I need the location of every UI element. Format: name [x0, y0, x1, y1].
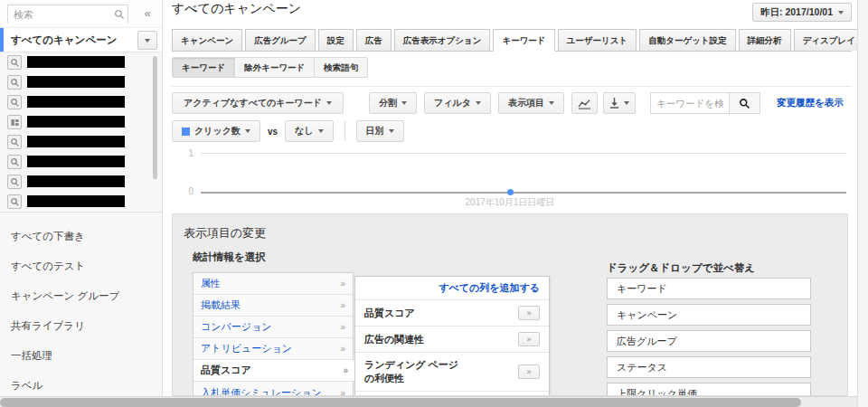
category-attributes[interactable]: 属性 » — [193, 273, 353, 295]
search-campaign-icon — [7, 175, 22, 189]
campaign-list-item[interactable] — [0, 132, 162, 152]
category-performance[interactable]: 掲載結果 » — [193, 295, 353, 317]
column-option-label: 品質スコア — [364, 307, 415, 320]
double-arrow-icon: » — [340, 388, 345, 397]
category-label: アトリビューション — [201, 342, 292, 355]
columns-label: 表示項目 — [508, 97, 544, 109]
date-range-button[interactable]: 昨日: 2017/10/01 — [752, 3, 852, 22]
redacted-campaign-name — [27, 56, 125, 68]
x-axis-line — [201, 192, 846, 194]
vertical-scrollbar[interactable] — [857, 0, 868, 396]
gridline — [201, 153, 846, 154]
change-history-link[interactable]: 変更履歴を表示 — [777, 97, 844, 109]
compare-metric-button[interactable]: なし — [285, 120, 333, 142]
campaign-selector[interactable]: すべてのキャンペーン — [0, 27, 162, 52]
campaign-list — [0, 52, 162, 212]
sidebar-item-drafts[interactable]: すべての下書き — [0, 222, 162, 251]
subtab-negative-keywords[interactable]: 除外キーワード — [234, 57, 315, 78]
sidebar-item-tests[interactable]: すべてのテスト — [0, 251, 162, 281]
metric-selector-button[interactable]: クリック数 — [172, 120, 260, 142]
campaign-list-item[interactable] — [0, 112, 162, 132]
chevron-down-icon — [318, 129, 324, 133]
sidebar-search-input[interactable] — [8, 6, 127, 24]
category-conversions[interactable]: コンバージョン » — [193, 317, 353, 338]
data-point-clicks[interactable] — [507, 189, 514, 195]
divider — [344, 121, 345, 141]
tab-keywords[interactable]: キーワード — [493, 29, 554, 52]
drag-section-title: ドラッグ＆ドロップで並べ替え — [607, 261, 755, 275]
tab-ad-groups[interactable]: 広告グループ — [245, 29, 316, 51]
tab-settings[interactable]: 設定 — [318, 29, 354, 51]
tab-ad-extensions[interactable]: 広告表示オプション — [394, 29, 491, 51]
selected-column-max-cpc[interactable]: 上限クリック単価 — [607, 383, 811, 396]
campaign-list-scrollbar[interactable] — [153, 56, 157, 179]
add-column-button[interactable]: » — [518, 306, 540, 320]
sidebar-search-row: « — [0, 0, 162, 27]
double-arrow-icon: » — [343, 365, 348, 375]
metric-color-swatch — [182, 128, 190, 136]
keyword-search-button[interactable] — [729, 93, 760, 113]
category-bid-simulator[interactable]: 入札単価シミュレーション » — [193, 382, 353, 396]
campaign-list-item[interactable] — [0, 52, 162, 72]
tab-audiences[interactable]: ユーザーリスト — [558, 29, 637, 51]
available-columns-list: すべての列を追加する 品質スコア » 広告の関連性 » ランディング ページ の… — [354, 276, 550, 396]
selected-column-status[interactable]: ステータス — [607, 356, 811, 378]
scrollbar-corner — [857, 396, 868, 407]
category-attribution[interactable]: アトリビューション » — [193, 338, 353, 360]
campaign-list-item[interactable] — [0, 172, 162, 192]
divider — [172, 86, 852, 87]
download-button[interactable] — [603, 92, 636, 114]
horizontal-scrollbar[interactable] — [0, 396, 857, 407]
keyword-search-input[interactable] — [651, 93, 729, 113]
column-option-landing-page-experience: ランディング ページ の利便性 » — [355, 353, 549, 392]
columns-panel-subtitle: 統計情報を選択 — [193, 251, 266, 264]
campaign-list-item[interactable] — [0, 92, 162, 112]
redacted-campaign-name — [27, 195, 125, 207]
double-arrow-icon: » — [340, 322, 345, 332]
y-axis-tick-0: 0 — [175, 186, 193, 196]
available-columns-header: すべての列を追加する — [355, 277, 549, 300]
tab-campaigns[interactable]: キャンペーン — [172, 29, 242, 51]
sidebar-nav: すべての下書き すべてのテスト キャンペーン グループ 共有ライブラリ 一括処理… — [0, 212, 162, 401]
category-quality-score[interactable]: 品質スコア » — [193, 360, 355, 382]
double-arrow-icon: » — [340, 279, 345, 289]
chevron-down-icon — [476, 101, 481, 105]
keyword-scope-button[interactable]: アクティブなすべてのキーワード — [172, 92, 344, 114]
chevron-down-icon — [401, 101, 407, 105]
add-all-columns-link[interactable]: すべての列を追加する — [439, 281, 540, 295]
columns-panel-title: 表示項目の変更 — [184, 225, 266, 241]
selected-column-campaign[interactable]: キャンペーン — [607, 304, 811, 326]
sidebar-collapse-button[interactable]: « — [138, 5, 156, 24]
period-button[interactable]: 日別 — [356, 120, 404, 142]
tab-bar: キャンペーン 広告グループ 設定 広告 広告表示オプション キーワード ユーザー… — [172, 29, 852, 52]
selected-column-ad-group[interactable]: 広告グループ — [607, 330, 811, 352]
chevron-down-icon — [624, 101, 629, 105]
campaign-list-item[interactable] — [0, 152, 162, 172]
sidebar-item-shared-library[interactable]: 共有ライブラリ — [0, 311, 162, 341]
campaign-list-item[interactable] — [0, 192, 162, 212]
search-icon — [739, 98, 750, 109]
redacted-campaign-name — [27, 76, 125, 88]
double-arrow-icon: » — [340, 300, 345, 310]
segment-button[interactable]: 分割 — [369, 92, 417, 114]
campaign-list-item[interactable] — [0, 72, 162, 92]
horizontal-scrollbar-thumb[interactable] — [0, 398, 801, 407]
filter-button[interactable]: フィルタ — [424, 92, 491, 114]
sidebar-item-bulk-operations[interactable]: 一括処理 — [0, 341, 162, 371]
add-column-button[interactable]: » — [518, 332, 540, 346]
tab-dimensions[interactable]: 詳細分析 — [739, 29, 791, 51]
add-column-button[interactable]: » — [518, 364, 540, 379]
subtab-keywords[interactable]: キーワード — [172, 57, 235, 78]
columns-button[interactable]: 表示項目 — [498, 92, 564, 114]
tab-auto-targets[interactable]: 自動ターゲット設定 — [639, 29, 735, 51]
subtab-search-terms[interactable]: 検索語句 — [314, 57, 368, 78]
campaign-selector-dropdown-button[interactable] — [137, 31, 157, 50]
chart-toggle-button[interactable] — [571, 92, 598, 114]
search-campaign-icon — [7, 155, 22, 169]
category-label: 品質スコア — [201, 364, 251, 377]
selected-columns-list: キーワード キャンペーン 広告グループ ステータス 上限クリック単価 — [607, 278, 811, 396]
sidebar-item-campaign-groups[interactable]: キャンペーン グループ — [0, 281, 162, 311]
selected-column-keyword[interactable]: キーワード — [607, 278, 811, 299]
redacted-campaign-name — [27, 116, 125, 128]
tab-ads[interactable]: 広告 — [356, 29, 392, 51]
